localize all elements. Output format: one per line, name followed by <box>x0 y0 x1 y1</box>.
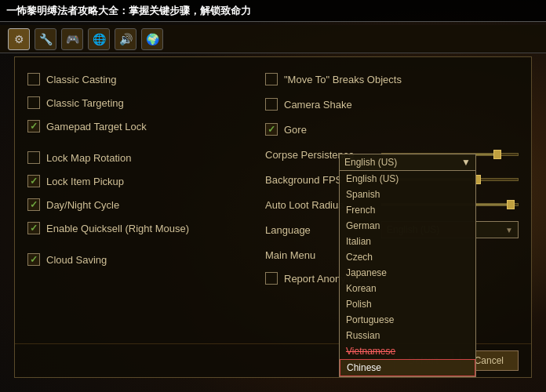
classic-targeting-row: Classic Targeting <box>27 92 249 114</box>
move-to-breaks-checkbox[interactable] <box>265 73 278 85</box>
classic-casting-checkbox[interactable] <box>27 73 40 85</box>
move-to-breaks-row: "Move To" Breaks Objects <box>265 68 519 90</box>
camera-shake-label: Camera Shake <box>284 99 352 111</box>
toolbar-icon-tools[interactable]: 🔧 <box>35 28 56 50</box>
gore-label: Gore <box>284 124 307 136</box>
gamepad-target-lock-row: Gamepad Target Lock <box>27 115 249 137</box>
classic-casting-row: Classic Casting <box>27 68 249 90</box>
dropdown-arrow-icon: ▼ <box>461 157 471 168</box>
dropdown-item-italian[interactable]: Italian <box>340 234 475 249</box>
dropdown-item-russian[interactable]: Russian <box>340 328 475 343</box>
dropdown-item-spanish[interactable]: Spanish <box>340 187 475 202</box>
dropdown-list: English (US) Spanish French German Itali… <box>339 171 476 377</box>
toolbar-icon-sound[interactable]: 🔊 <box>115 28 136 50</box>
toolbar-icon-gamepad[interactable]: 🎮 <box>61 28 83 50</box>
lock-item-pickup-row: Lock Item Pickup <box>27 170 249 192</box>
lock-map-rotation-checkbox[interactable] <box>27 151 40 164</box>
gamepad-target-lock-label: Gamepad Target Lock <box>46 121 147 132</box>
classic-targeting-label: Classic Targeting <box>46 97 124 109</box>
camera-shake-checkbox[interactable] <box>265 98 278 111</box>
dropdown-item-chinese[interactable]: Chinese <box>340 359 475 376</box>
move-to-breaks-label: "Move To" Breaks Objects <box>284 74 402 85</box>
dropdown-item-english-us[interactable]: English (US) <box>340 171 475 187</box>
lock-map-rotation-row: Lock Map Rotation <box>27 147 249 169</box>
language-dropdown: English (US) ▼ English (US) Spanish Fren… <box>339 154 476 377</box>
report-anonymous-checkbox[interactable] <box>265 272 278 285</box>
classic-casting-label: Classic Casting <box>46 74 117 85</box>
toolbar-icon-globe2[interactable]: 🌍 <box>141 28 163 50</box>
dropdown-item-japanese[interactable]: Japanese <box>340 265 475 281</box>
language-dropdown-arrow-icon: ▼ <box>505 226 513 234</box>
day-night-cycle-row: Day/Night Cycle <box>27 194 249 216</box>
lock-item-pickup-checkbox[interactable] <box>27 175 40 187</box>
toolbar: ⚙ 🔧 🎮 🌐 🔊 🌍 <box>0 25 546 53</box>
dropdown-item-polish[interactable]: Polish <box>340 296 475 312</box>
dropdown-item-vietnamese[interactable]: Vietnamese <box>340 343 475 359</box>
enable-quicksell-label: Enable Quicksell (Right Mouse) <box>46 223 189 234</box>
dropdown-item-korean[interactable]: Korean <box>340 281 475 296</box>
lock-item-pickup-label: Lock Item Pickup <box>46 176 124 187</box>
cloud-saving-label: Cloud Saving <box>46 254 107 266</box>
dropdown-item-french[interactable]: French <box>340 202 475 218</box>
dropdown-item-czech[interactable]: Czech <box>340 249 475 265</box>
day-night-cycle-label: Day/Night Cycle <box>46 199 119 211</box>
classic-targeting-checkbox[interactable] <box>27 96 40 109</box>
lock-map-rotation-label: Lock Map Rotation <box>46 152 131 164</box>
cloud-saving-checkbox[interactable] <box>27 253 40 266</box>
toolbar-icon-globe1[interactable]: 🌐 <box>88 28 110 50</box>
gamepad-target-lock-checkbox[interactable] <box>27 120 40 132</box>
cloud-saving-row: Cloud Saving <box>27 249 249 270</box>
dropdown-item-german[interactable]: German <box>340 218 475 234</box>
camera-shake-row: Camera Shake <box>265 93 519 115</box>
banner-text: 一怖黎明缚法者攻略大全：掌握关键步骤，解锁致命力 <box>6 4 251 18</box>
enable-quicksell-checkbox[interactable] <box>27 222 40 234</box>
day-night-cycle-checkbox[interactable] <box>27 198 40 211</box>
dropdown-selected-display[interactable]: English (US) ▼ <box>339 154 476 171</box>
toolbar-icon-settings[interactable]: ⚙ <box>8 28 30 50</box>
top-banner: 一怖黎明缚法者攻略大全：掌握关键步骤，解锁致命力 <box>0 0 546 22</box>
gore-row: Gore <box>265 118 519 140</box>
enable-quicksell-row: Enable Quicksell (Right Mouse) <box>27 217 249 239</box>
dropdown-selected-label: English (US) <box>344 157 397 168</box>
left-column: Classic Casting Classic Targeting Gamepa… <box>27 68 249 332</box>
dropdown-item-portuguese[interactable]: Portuguese <box>340 312 475 328</box>
gore-checkbox[interactable] <box>265 123 278 136</box>
